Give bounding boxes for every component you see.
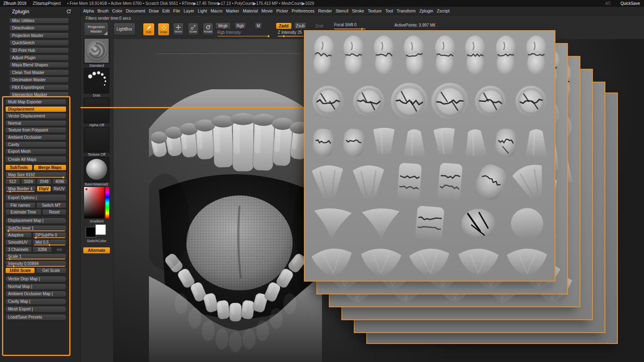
lightbox-button[interactable]: LightBox (114, 23, 135, 35)
move-mode-button[interactable]: Move (173, 23, 183, 35)
menu-color[interactable]: Color (110, 8, 124, 13)
scale-slider[interactable]: Scale 1 (6, 254, 66, 259)
menu-picker[interactable]: Picker (275, 8, 290, 13)
zadd-button[interactable]: Zadd (276, 23, 291, 29)
load-save-presets-button[interactable]: Load/Save Presets (6, 315, 66, 320)
zplugin-item-3d-print-hub[interactable]: 3D Print Hub (10, 48, 68, 53)
quicksave-button[interactable]: QuickSave (621, 1, 640, 6)
rgb-button[interactable]: Rgb (235, 23, 246, 29)
map-size-2048-button[interactable]: 2048 (37, 179, 51, 184)
vector-disp-map-section[interactable]: Vector Disp Map | (6, 276, 66, 282)
cavity-map-section[interactable]: Cavity Map | (6, 299, 66, 304)
smoothuv-toggle[interactable]: SmoothUV (6, 240, 31, 245)
mid-slider[interactable]: Mid 0.5 (33, 240, 66, 245)
map-border-slider[interactable]: Map Border 4 (6, 186, 35, 191)
menu-edit[interactable]: Edit (161, 8, 171, 13)
menu-zscript[interactable]: Zscript (435, 8, 452, 13)
displacement-map-section[interactable]: Displacement Map | (6, 218, 66, 224)
menu-file[interactable]: File (171, 8, 182, 13)
mme-toggle-normal[interactable]: Normal (6, 121, 66, 126)
menu-stroke[interactable]: Stroke (350, 8, 366, 13)
menu-movie[interactable]: Movie (260, 8, 275, 13)
mme-toggle-vector-displacement[interactable]: Vector Displacement (6, 113, 66, 119)
focal-shift-slider[interactable]: Focal Shift 0 (334, 23, 357, 27)
adaptive-toggle[interactable]: Adaptive (6, 232, 31, 238)
secondary-color-swatch[interactable] (95, 224, 106, 235)
mesh-export-section[interactable]: Mesh Export | (6, 306, 66, 312)
alpha-picker[interactable] (84, 98, 109, 123)
mme-toggle-cavity[interactable]: Cavity (6, 142, 66, 147)
mme-toggle-ambient-occlusion[interactable]: Ambient Occlusion (6, 135, 66, 140)
alternate-button[interactable]: Alternate (83, 247, 110, 253)
map-size-4096-button[interactable]: 4096 (53, 179, 67, 184)
slider-thumb[interactable] (12, 265, 15, 267)
menu-marker[interactable]: Marker (224, 8, 241, 13)
menu-macro[interactable]: Macro (209, 8, 224, 13)
reuv-button[interactable]: ReUV (52, 186, 66, 191)
merge-maps-button[interactable]: Merge Maps (34, 165, 66, 170)
zplugin-item-quicksketch[interactable]: QuickSketch (10, 40, 68, 45)
slider-thumb[interactable] (9, 190, 11, 193)
material-picker[interactable] (84, 157, 109, 182)
dpsubpix-slider[interactable]: DPSubPix 0 (33, 232, 66, 238)
zplugin-item-projection-master[interactable]: Projection Master (10, 33, 68, 38)
mme-toggle-texture-from-polypaint[interactable]: Texture from Polypaint (6, 128, 66, 133)
map-size-512-button[interactable]: 512 (6, 179, 20, 184)
reload-icon[interactable] (66, 9, 71, 14)
z-intensity-thumb[interactable] (283, 35, 285, 37)
slider-thumb[interactable] (48, 244, 51, 246)
projection-master-button[interactable]: Projection Master (85, 23, 108, 35)
saturation-value-square[interactable] (84, 187, 104, 218)
main-color-swatch[interactable] (86, 227, 96, 237)
draw-mode-button[interactable]: Draw (158, 23, 169, 35)
ac-button[interactable]: AC (605, 1, 611, 6)
mme-title[interactable]: Multi Map Exporter (6, 99, 66, 105)
scale-mode-button[interactable]: Scale (188, 23, 198, 35)
texture-picker[interactable] (84, 127, 109, 152)
menu-light[interactable]: Light (196, 8, 209, 13)
zplugin-item-misc-utilities[interactable]: Misc Utilities (10, 18, 68, 23)
menu-texture[interactable]: Texture (366, 8, 383, 13)
mrgb-button[interactable]: Mrgb (216, 23, 230, 29)
subdiv-level-slider[interactable]: SubDiv level 1 (6, 226, 66, 231)
mme-toggle-displacement[interactable]: Displacement (6, 107, 66, 112)
stroke-picker-dots[interactable] (84, 68, 109, 93)
normal-map-section[interactable]: Normal Map | (6, 284, 66, 290)
slider-thumb[interactable] (62, 176, 64, 179)
zplugin-item-decimation-master[interactable]: Decimation Master (10, 77, 68, 82)
z-intensity-slider[interactable]: Z Intensity 25 (278, 30, 302, 35)
create-all-maps-button[interactable]: Create All Maps (6, 156, 66, 162)
map-size-slider[interactable]: Map Size 8192 (6, 172, 66, 177)
menu-render[interactable]: Render (316, 8, 334, 13)
get-scale-button[interactable]: Get Scale (36, 268, 66, 273)
zplugin-item-maya-blend-shapes[interactable]: Maya Blend Shapes (10, 62, 68, 68)
slider-thumb[interactable] (35, 237, 37, 239)
menu-stencil[interactable]: Stencil (334, 8, 350, 13)
menu-draw[interactable]: Draw (147, 8, 161, 13)
menu-transform[interactable]: Transform (395, 8, 417, 13)
m-button[interactable]: M (255, 23, 262, 29)
map-size-1024-button[interactable]: 1024 (21, 179, 35, 184)
switch-mt-button[interactable]: Switch MT (37, 203, 66, 208)
bit32-toggle[interactable]: 32Bit (33, 247, 52, 252)
estimate-time-button[interactable]: Estimate Time (6, 210, 41, 215)
rotate-mode-button[interactable]: Rotate (203, 23, 213, 35)
exr-toggle[interactable]: exr (53, 247, 66, 252)
export-options-button[interactable]: Export Options | (6, 195, 66, 201)
intensity-slider[interactable]: Intensity 0.00894 (6, 261, 66, 266)
color-picker[interactable] (84, 187, 109, 218)
file-names-button[interactable]: File names (6, 203, 35, 208)
edit-mode-button[interactable]: Edit (143, 23, 154, 35)
hue-strip[interactable] (105, 187, 109, 218)
menu-zplugin[interactable]: Zplugin (417, 8, 435, 13)
zplugin-item-clean-tool-master[interactable]: Clean Tool Master (10, 70, 68, 75)
menu-alpha[interactable]: Alpha (81, 8, 96, 13)
channels-toggle[interactable]: 3 Channels (6, 247, 31, 252)
zcut-button[interactable]: Zcut (314, 23, 324, 29)
reset-button[interactable]: Reset (43, 210, 66, 215)
zplugin-item-adjust-plugin[interactable]: Adjust Plugin (10, 55, 68, 60)
menu-layer[interactable]: Layer (182, 8, 196, 13)
flipv-button[interactable]: FlipV (37, 186, 51, 191)
brush-picker-standard[interactable] (84, 38, 109, 63)
rgb-intensity-thumb[interactable] (267, 35, 270, 37)
